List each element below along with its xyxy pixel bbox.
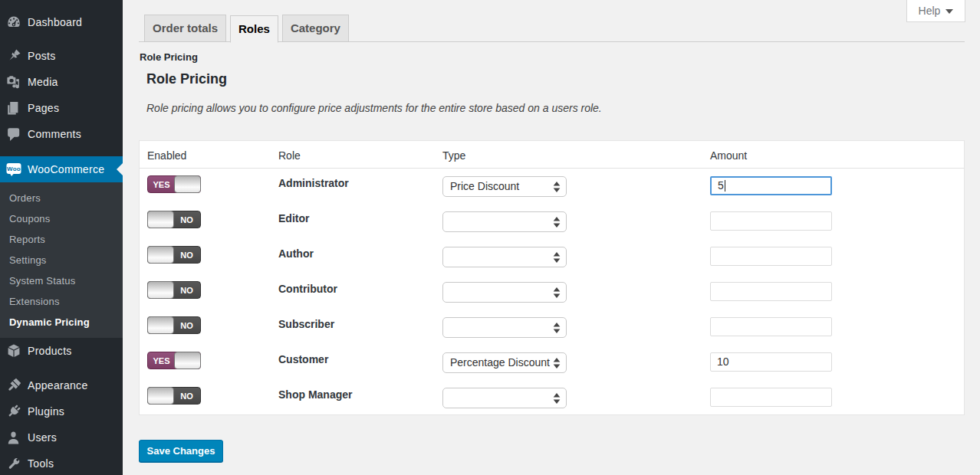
svg-text:Woo: Woo xyxy=(7,165,21,172)
